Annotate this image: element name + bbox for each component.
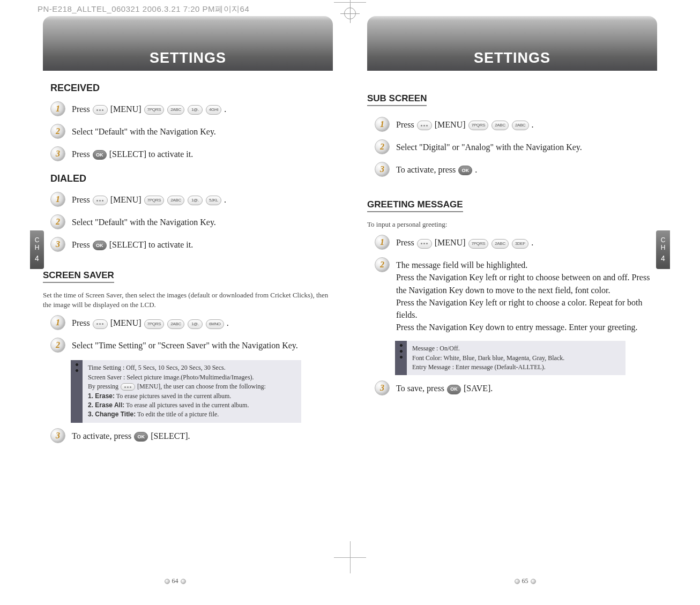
menu-soft-key-icon [417,239,432,249]
dialed-step-3: 3 Press OK [SELECT] to activate it. [50,237,333,252]
info-line: Entry Message : Enter message (Default-A… [412,363,620,372]
screen-saver-info-box: Time Setting : Off, 5 Secs, 10 Secs, 20 … [71,360,301,422]
page-title-left: SETTINGS [150,50,226,66]
bullet-icon [400,344,403,347]
keypad-1-icon: 1@. [188,319,203,329]
received-step-1: 1 Press [MENU] 7PQRS 2ABC 1@. 4GHI . [50,101,333,116]
step-number-icon: 3 [50,146,65,161]
keypad-1-icon: 1@. [188,196,203,205]
info-line: 1. Erase: To erase pictures saved in the… [88,392,296,401]
ok-key-icon: OK [93,241,107,250]
section-received-title: RECEIVED [50,83,333,94]
page-spread: SETTINGS RECEIVED 1 Press [MENU] 7PQRS 2… [0,11,700,573]
greeting-step-3: 3 To save, press OK [SAVE]. [375,380,657,395]
section-dialed-title: DIALED [50,173,333,184]
step-number-icon: 3 [50,428,65,443]
screen-saver-step-2: 2 Select "Time Setting" or "Screen Saver… [50,338,333,353]
screen-saver-step-1: 1 Press [MENU] 7PQRS 2ABC 1@. 6MNO . [50,315,333,330]
received-step-2: 2 Select "Default" with the Navigation K… [50,124,333,139]
ok-key-icon: OK [447,385,461,394]
keypad-3-icon: 3DEF [512,239,528,249]
step-number-icon: 2 [50,214,65,229]
section-sub-screen-title: SUB SCREEN [367,93,427,106]
bullet-icon [400,350,403,353]
crop-mark-top [334,2,366,3]
page-header-left: SETTINGS [43,16,333,71]
section-greeting-title: GREETING MESSAGE [367,199,463,212]
keypad-2-icon: 2ABC [512,121,529,130]
sub-screen-step-1: 1 Press [MENU] 7PQRS 2ABC 2ABC . [375,117,657,132]
menu-soft-key-icon [417,121,432,130]
step-number-icon: 1 [50,192,65,207]
menu-soft-key-icon [121,383,135,391]
bullet-icon [76,363,78,366]
keypad-7-icon: 7PQRS [144,319,165,329]
ok-key-icon: OK [93,150,107,160]
info-bullet-column [71,360,83,422]
greeting-info-box: Message : On/Off. Font Color: White, Blu… [395,341,625,375]
keypad-2-icon: 2ABC [167,196,184,205]
dialed-step-2: 2 Select "Default" with the Navigation K… [50,214,333,229]
page-title-right: SETTINGS [474,50,550,66]
step-number-icon: 2 [375,139,390,154]
menu-soft-key-icon [93,319,108,329]
step-number-icon: 1 [50,315,65,330]
keypad-2-icon: 2ABC [492,121,509,130]
screen-saver-step-3: 3 To activate, press OK [SELECT]. [50,428,333,443]
step-number-icon: 1 [375,117,390,132]
menu-soft-key-icon [93,105,108,115]
keypad-4-icon: 4GHI [206,105,221,115]
crop-mark-bottom [334,557,366,558]
step-number-icon: 2 [50,338,65,353]
step-number-icon: 2 [50,124,65,139]
sub-screen-step-3: 3 To activate, press OK . [375,162,657,177]
sub-screen-step-2: 2 Select "Digital" or "Analog" with the … [375,139,657,154]
step-number-icon: 3 [375,162,390,177]
page-right: SETTINGS SUB SCREEN 1 Press [MENU] 7PQRS… [350,11,700,573]
page-header-right: SETTINGS [367,16,657,71]
info-line: By pressing [MENU], the user can choose … [88,382,296,391]
keypad-2-icon: 2ABC [167,319,184,329]
menu-soft-key-icon [93,196,108,205]
ok-key-icon: OK [458,166,472,175]
greeting-intro: To input a personal greeting: [367,220,657,229]
keypad-7-icon: 7PQRS [468,239,489,249]
greeting-step-2: 2 The message field will be highlighted.… [375,257,657,333]
info-line: Screen Saver : Select picture image.(Pho… [88,373,296,382]
ok-key-icon: OK [134,432,148,442]
info-line: Message : On/Off. [412,344,620,353]
keypad-2-icon: 2ABC [167,105,184,115]
step-number-icon: 2 [375,257,390,272]
keypad-1-icon: 1@. [188,105,203,115]
info-bullet-column [395,341,407,375]
keypad-7-icon: 7PQRS [468,121,489,130]
received-step-3: 3 Press OK [SELECT] to activate it. [50,146,333,161]
greeting-step-1: 1 Press [MENU] 7PQRS 2ABC 3DEF . [375,235,657,250]
page-number-left: 64 [165,577,186,585]
info-line: 3. Change Title: To edit the title of a … [88,410,296,419]
keypad-2-icon: 2ABC [492,239,509,249]
dialed-step-1: 1 Press [MENU] 7PQRS 2ABC 1@. 5JKL . [50,192,333,207]
page-number-right: 65 [515,577,536,585]
bullet-icon [76,369,78,372]
info-line: Time Setting : Off, 5 Secs, 10 Secs, 20 … [88,363,296,372]
page-left: SETTINGS RECEIVED 1 Press [MENU] 7PQRS 2… [0,11,350,573]
step-number-icon: 1 [50,101,65,116]
step-number-icon: 3 [50,237,65,252]
info-line: Font Color: White, Blue, Dark blue, Mage… [412,354,620,363]
bullet-icon [400,356,403,358]
keypad-7-icon: 7PQRS [144,196,165,205]
step-number-icon: 1 [375,235,390,250]
step-number-icon: 3 [375,380,390,395]
section-screen-saver-title: SCREEN SAVER [43,270,114,283]
keypad-6-icon: 6MNO [206,319,224,329]
screen-saver-intro: Set the time of Screen Saver, then selec… [43,290,333,310]
keypad-5-icon: 5JKL [206,196,221,205]
keypad-7-icon: 7PQRS [144,105,165,115]
info-line: 2. Erase All: To erase all pictures save… [88,401,296,410]
